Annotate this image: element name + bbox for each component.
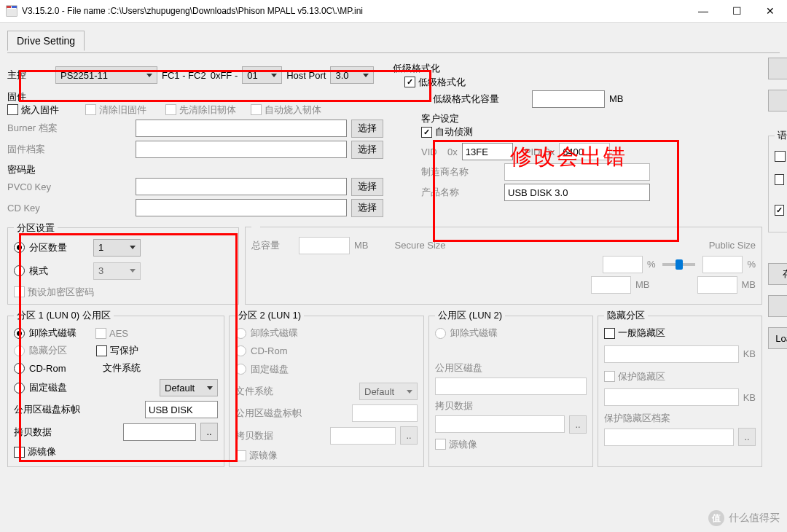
- pvc0-label: PVC0 Key: [7, 181, 131, 192]
- p4-legend: 隐藏分区: [604, 309, 648, 322]
- vid-0x: 0x: [447, 146, 458, 157]
- p1-wp[interactable]: 写保护: [96, 344, 138, 357]
- p3-legend: 公用区 (LUN 2): [435, 309, 505, 322]
- burner-browse-button[interactable]: 选择: [351, 120, 383, 138]
- firmware-browse-button[interactable]: 选择: [351, 141, 383, 159]
- p4-protect-kb-input: [604, 388, 739, 406]
- partition-mode-radio[interactable]: 模式: [14, 265, 48, 278]
- svg-rect-3: [7, 9, 17, 16]
- public-pct-input: [702, 256, 743, 273]
- p1-copy-label: 拷贝数据: [14, 426, 52, 439]
- client-area: Drive Setting 主控 PS2251-11 FC1 - FC2 0xF…: [0, 23, 787, 474]
- total-capacity-label: 总容量: [251, 239, 280, 252]
- window-title: V3.15.2.0 - File name :C:\Users\zhupugen…: [22, 6, 686, 16]
- lang-sc[interactable]: 简体中文: [775, 197, 787, 223]
- partition-count-radio[interactable]: 分区数量: [14, 241, 67, 254]
- tab-header: Drive Setting: [7, 30, 780, 53]
- p1-cdrom[interactable]: CD-Rom: [14, 363, 66, 374]
- autodetect-checkbox[interactable]: 自动侦测: [421, 125, 473, 138]
- p2-cdrom: CD-Rom: [235, 345, 288, 356]
- vid-input[interactable]: [462, 143, 513, 160]
- partition-count-combo[interactable]: 1: [93, 239, 141, 257]
- capacity-group: [251, 222, 260, 232]
- p1-removable[interactable]: 卸除式磁碟: [14, 326, 77, 340]
- cdkey-label: CD Key: [7, 203, 131, 214]
- load-xml-button[interactable]: Load XML: [768, 327, 787, 349]
- tab-drive-setting[interactable]: Drive Setting: [7, 31, 85, 51]
- lowformat-checkbox[interactable]: 低级格式化: [404, 76, 466, 89]
- hostport-combo[interactable]: 3.0: [330, 66, 374, 84]
- lf-mb: MB: [609, 93, 624, 104]
- p3-removable: 卸除式磁碟: [435, 326, 498, 340]
- app-window: V3.15.2.0 - File name :C:\Users\zhupugen…: [0, 0, 787, 532]
- lang-en[interactable]: English: [775, 151, 787, 162]
- burn-firmware-checkbox[interactable]: 烧入固件: [7, 103, 59, 117]
- chevron-down-icon: [146, 74, 152, 77]
- p4-normal-hidden[interactable]: 一般隐藏区: [604, 326, 665, 340]
- p2-removable: 卸除式磁碟: [235, 326, 298, 340]
- p1-vol-input[interactable]: [145, 401, 218, 418]
- p2-vol-input: [352, 404, 418, 422]
- product-input[interactable]: [504, 184, 650, 201]
- cdkey-input[interactable]: [136, 199, 347, 216]
- right-column: 保存 载入 语言 English 繁體中文 简体中文 存贮为 取消 Load X…: [768, 56, 787, 467]
- firmware-file-input[interactable]: [136, 141, 347, 158]
- firmware-group-label: 固件: [7, 90, 415, 103]
- cancel-button[interactable]: 取消: [768, 295, 787, 317]
- controller-label: 主控: [7, 69, 51, 82]
- minimize-button[interactable]: —: [686, 0, 720, 22]
- save-as-button[interactable]: 存贮为: [768, 263, 787, 285]
- product-label: 产品名称: [421, 186, 500, 199]
- p1-copy-input[interactable]: [123, 423, 196, 441]
- svg-rect-1: [7, 6, 11, 8]
- p4-file-label: 保护隐藏区档案: [604, 412, 756, 425]
- p1-hidden: 隐藏分区: [14, 344, 67, 357]
- lowformat-group-label: 低级格式化: [393, 62, 466, 75]
- controller-combo[interactable]: PS2251-11: [55, 66, 157, 84]
- app-icon: [6, 5, 17, 17]
- pvc0-browse-button[interactable]: 选择: [351, 178, 383, 196]
- burner-file-label: Burner 档案: [7, 122, 131, 135]
- p2-fixed: 固定磁盘: [235, 363, 289, 376]
- pvc0-input[interactable]: [136, 178, 347, 195]
- p4-normal-kb-input: [604, 345, 739, 363]
- save-button[interactable]: 保存: [768, 58, 787, 79]
- chevron-down-icon: [271, 74, 277, 77]
- preset-pwd-checkbox: 预设加密区密码: [14, 286, 94, 299]
- p1-fs-combo[interactable]: Default: [160, 379, 218, 396]
- hostport-label: Host Port: [286, 70, 326, 81]
- p3-disk-input: [435, 378, 587, 395]
- p1-fixed[interactable]: 固定磁盘: [14, 381, 67, 394]
- close-button[interactable]: ✕: [753, 0, 787, 22]
- lf-capacity-input[interactable]: [532, 90, 605, 108]
- p1-aes: AES: [95, 328, 128, 339]
- watermark-badge: 值: [708, 510, 724, 526]
- p1-vol-label: 公用区磁盘标帜: [14, 403, 80, 416]
- load-button[interactable]: 载入: [768, 90, 787, 112]
- mfr-input[interactable]: [504, 163, 650, 181]
- p2-copy-input: [330, 427, 396, 445]
- maximize-button[interactable]: ☐: [720, 0, 753, 22]
- p2-legend: 分区 2 (LUN 1): [235, 309, 304, 322]
- p2-srcimg: 源镜像: [235, 449, 278, 462]
- p1-copy-browse[interactable]: ..: [200, 423, 218, 441]
- total-capacity-input: [299, 237, 350, 254]
- p2-copy-browse: ..: [400, 426, 418, 445]
- p3-copy-label: 拷贝数据: [435, 400, 473, 411]
- secure-label: Secure Size: [395, 240, 446, 251]
- burner-file-input[interactable]: [136, 120, 347, 137]
- size-slider: [662, 263, 695, 266]
- fc-prefix: 0xFF -: [211, 70, 238, 81]
- secure-pct-input: [603, 256, 643, 273]
- auto-burn-checkbox: 自动烧入韧体: [251, 103, 321, 117]
- pid-input[interactable]: [559, 143, 610, 160]
- p3-copy-input: [435, 415, 565, 433]
- p1-legend: 分区 1 (LUN 0) 公用区: [14, 309, 114, 322]
- p3-copy-browse: ..: [569, 415, 587, 434]
- cdkey-browse-button[interactable]: 选择: [351, 199, 383, 217]
- lang-tc[interactable]: 繁體中文: [775, 166, 787, 192]
- p1-srcimg[interactable]: 源镜像: [14, 445, 56, 458]
- fc-combo[interactable]: 01: [242, 66, 282, 84]
- p1-fs-label: 文件系统: [103, 361, 141, 375]
- clear-old-fw-checkbox: 清除旧固件: [85, 103, 146, 117]
